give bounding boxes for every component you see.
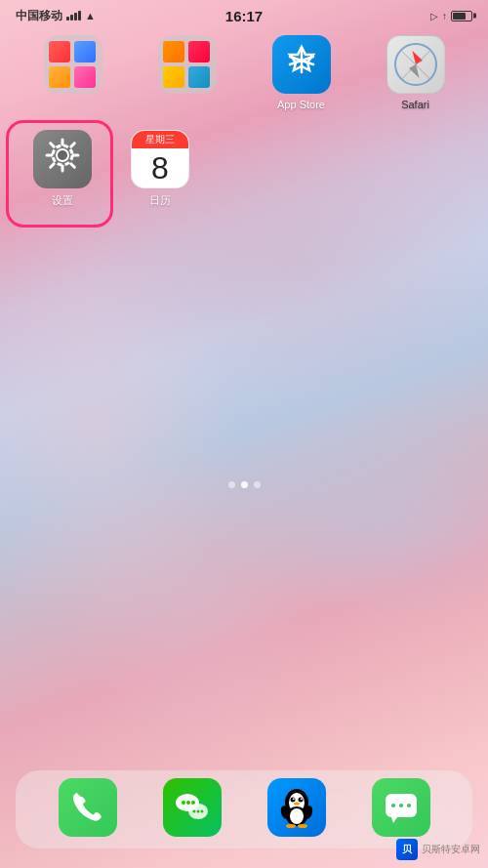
wechat-symbol <box>175 793 210 822</box>
signal-bar-1 <box>66 17 69 21</box>
app-store-item[interactable]: App Store <box>263 35 341 110</box>
carrier-text: 中国移动 <box>16 8 62 24</box>
home-screen: App Store Safari <box>0 27 488 785</box>
folder-1-icon[interactable] <box>44 35 102 94</box>
settings-highlight-box <box>6 120 113 227</box>
folder-mini-6 <box>188 41 210 62</box>
calendar-date: 8 <box>151 152 169 184</box>
folder-2-item[interactable] <box>148 35 226 110</box>
dock-messages-item[interactable] <box>372 778 430 842</box>
dock-wechat-icon[interactable] <box>163 778 222 837</box>
safari-compass <box>394 43 437 86</box>
appstore-symbol <box>284 43 319 86</box>
dock <box>16 770 472 848</box>
status-right: ▷ ↑ <box>430 11 472 21</box>
wifi-icon: ▲ <box>85 10 96 21</box>
signal-bar-4 <box>78 11 81 21</box>
status-bar: 中国移动 ▲ 16:17 ▷ ↑ <box>0 0 488 27</box>
svg-point-39 <box>407 804 411 807</box>
folder-mini-2 <box>74 41 96 62</box>
svg-point-20 <box>196 809 199 812</box>
safari-icon[interactable] <box>386 35 445 94</box>
svg-marker-36 <box>391 817 397 823</box>
signal-bar-3 <box>74 13 77 21</box>
calendar-icon[interactable]: 星期三 8 <box>131 130 189 188</box>
watermark-logo: 贝 <box>396 839 418 860</box>
page-dot-1[interactable] <box>228 481 235 488</box>
folder-1-item[interactable] <box>34 35 112 110</box>
svg-point-16 <box>186 801 190 805</box>
phone-symbol <box>72 792 103 823</box>
status-time: 16:17 <box>225 8 263 24</box>
folder-mini-4 <box>74 66 96 88</box>
svg-point-26 <box>292 798 294 800</box>
svg-point-31 <box>286 824 296 828</box>
svg-point-17 <box>191 801 195 805</box>
battery-icon <box>451 11 472 21</box>
safari-label: Safari <box>401 99 429 110</box>
svg-point-30 <box>290 808 304 824</box>
app-store-label: App Store <box>277 99 325 110</box>
svg-point-37 <box>391 804 395 807</box>
svg-point-32 <box>298 824 307 828</box>
svg-point-27 <box>300 798 302 800</box>
calendar-item[interactable]: 星期三 8 日历 <box>121 130 199 208</box>
dock-qq-icon[interactable] <box>267 778 326 837</box>
page-dot-2[interactable] <box>241 481 248 488</box>
dock-messages-icon[interactable] <box>372 778 430 837</box>
svg-point-21 <box>200 809 203 812</box>
folder-2-icon[interactable] <box>158 35 217 94</box>
safari-item[interactable]: Safari <box>377 35 455 110</box>
dock-qq-item[interactable] <box>267 778 326 842</box>
compass-needle-white <box>409 64 423 80</box>
dock-wechat-item[interactable] <box>163 778 222 842</box>
messages-symbol <box>384 790 419 825</box>
watermark-text: 贝斯特安卓网 <box>422 843 480 856</box>
watermark: 贝 贝斯特安卓网 <box>396 839 480 860</box>
status-left: 中国移动 ▲ <box>16 8 96 24</box>
calendar-header: 星期三 <box>132 131 188 148</box>
battery-fill <box>453 13 466 20</box>
location-icon: ▷ <box>430 11 438 21</box>
compass-needle-red <box>409 49 423 64</box>
folder-mini-5 <box>163 41 184 62</box>
folder-mini-3 <box>49 66 70 88</box>
dock-phone-item[interactable] <box>59 778 117 842</box>
folder-mini-8 <box>188 66 210 88</box>
folder-mini-1 <box>49 41 70 62</box>
page-dots <box>16 481 472 488</box>
calendar-label: 日历 <box>149 193 171 208</box>
svg-point-15 <box>182 801 185 805</box>
dock-phone-icon[interactable] <box>59 778 117 837</box>
svg-point-25 <box>298 797 303 802</box>
page-dot-3[interactable] <box>254 481 261 488</box>
svg-point-28 <box>294 802 300 805</box>
svg-point-24 <box>290 797 295 802</box>
top-app-row: App Store Safari <box>16 35 472 110</box>
signal-bar-2 <box>70 15 73 21</box>
signal-bars <box>66 11 81 21</box>
app-store-icon[interactable] <box>272 35 331 94</box>
signal-arrow-icon: ↑ <box>442 11 447 21</box>
folder-mini-7 <box>163 66 184 88</box>
svg-point-38 <box>399 804 403 807</box>
svg-point-19 <box>192 809 195 812</box>
qq-symbol <box>278 787 315 828</box>
